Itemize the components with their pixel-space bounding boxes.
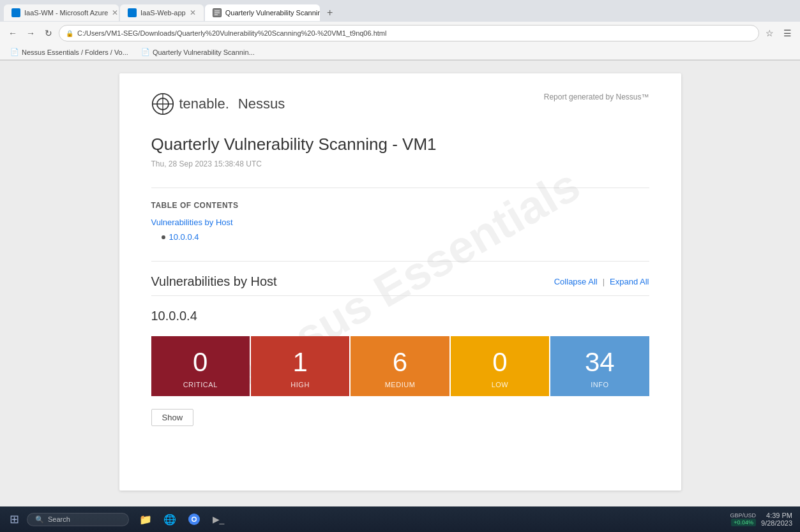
bookmark-quarterly-icon: 📄 [141,48,150,56]
extensions-button[interactable]: ☰ [780,26,795,41]
report-container: Nessus Essentials tenable. Nessus Report… [119,73,681,491]
tab-close-2[interactable]: ✕ [190,8,196,17]
show-button[interactable]: Show [151,409,194,426]
section-title: Vulnerabilities by Host [151,274,277,289]
lock-icon: 🔒 [66,30,73,37]
address-bar-text[interactable]: C:/Users/VM1-SEG/Downloads/Quarterly%20V… [77,29,752,37]
low-label: LOW [492,381,509,388]
taskbar-search-text: Search [48,515,70,523]
high-label: HIGH [291,381,310,388]
taskbar-right: GBP/USD +0.04% 4:39 PM 9/28/2023 [730,512,796,527]
report-generated-text: Report generated by Nessus™ [544,92,649,101]
nav-bar: ← → ↻ 🔒 C:/Users/VM1-SEG/Downloads/Quart… [0,22,800,45]
tab-web-app[interactable]: IaaS-Web-app ✕ [120,4,204,21]
tenable-logo: tenable. Nessus [151,92,285,115]
currency-label: GBP/USD [730,512,757,519]
tab-azure[interactable]: IaaS-WM - Microsoft Azure ✕ [4,4,119,21]
start-button[interactable]: ⊞ [4,509,24,529]
bookmark-quarterly-label: Quarterly Vulnerability Scannin... [153,48,255,56]
bookmark-quarterly[interactable]: 📄 Quarterly Vulnerability Scannin... [136,47,260,57]
taskbar: ⊞ 🔍 Search 📁 🌐 ▶_ GBP/USD +0.04% 4:39 P [0,506,800,532]
section-actions: Collapse All | Expand All [554,277,649,286]
info-label: INFO [591,381,608,388]
action-separator: | [603,277,605,286]
info-count: 34 [585,349,615,376]
bookmark-nessus-label: Nessus Essentials / Folders / Vo... [22,48,128,56]
report-date: Thu, 28 Sep 2023 15:38:48 UTC [151,159,649,168]
high-count: 1 [292,349,307,376]
tab-favicon-3 [213,8,222,17]
collapse-all-link[interactable]: Collapse All [554,277,598,286]
taskbar-app-files[interactable]: 📁 [134,508,157,531]
tab-favicon-2 [128,8,137,17]
critical-label: CRITICAL [183,381,218,388]
report-title: Quarterly Vulnerability Scanning - VM1 [151,135,649,154]
bookmark-nessus[interactable]: 📄 Nessus Essentials / Folders / Vo... [5,47,133,57]
logo-text-tenable: tenable. [179,96,229,112]
section-header: Vulnerabilities by Host Collapse All | E… [151,274,649,296]
tab-label-3: Quarterly Vulnerability Scannin... [225,9,320,17]
search-icon: 🔍 [35,515,44,524]
bookmark-bar: 📄 Nessus Essentials / Folders / Vo... 📄 … [0,45,800,60]
chrome-icon [188,514,200,525]
edge-icon: 🌐 [163,514,176,526]
tenable-logo-icon [151,92,174,115]
tab-nessus-active[interactable]: Quarterly Vulnerability Scannin... ✕ [205,4,320,21]
windows-logo-icon: ⊞ [10,512,19,526]
forward-button[interactable]: → [23,26,38,41]
vuln-card-low: 0 LOW [451,336,549,396]
bullet-icon [162,235,165,239]
vuln-card-info: 34 INFO [550,336,649,396]
taskbar-search[interactable]: 🔍 Search [27,513,129,526]
vulnerability-counts: 0 CRITICAL 1 HIGH 6 MEDIUM 0 LOW [151,336,649,396]
toc-section: TABLE OF CONTENTS Vulnerabilities by Hos… [151,201,649,242]
page-wrapper: Nessus Essentials tenable. Nessus Report… [0,61,800,516]
toc-host-link[interactable]: 10.0.0.4 [169,232,199,242]
critical-count: 0 [193,349,208,376]
clock-time: 4:39 PM [761,512,792,519]
tab-label-2: IaaS-Web-app [140,9,186,17]
svg-point-10 [193,518,196,521]
taskbar-clock: 4:39 PM 9/28/2023 [761,512,792,527]
tab-label-1: IaaS-WM - Microsoft Azure [24,9,108,17]
back-button[interactable]: ← [5,26,20,41]
host-ip: 10.0.0.4 [151,309,649,323]
vuln-card-high: 1 HIGH [251,336,349,396]
host-section: 10.0.0.4 0 CRITICAL 1 HIGH 6 MEDIUM [151,309,649,426]
medium-count: 6 [393,349,407,376]
expand-all-link[interactable]: Expand All [610,277,649,286]
browser-chrome: IaaS-WM - Microsoft Azure ✕ IaaS-Web-app… [0,0,800,61]
taskbar-apps: 📁 🌐 ▶_ [134,508,230,531]
report-header: tenable. Nessus Report generated by Ness… [151,92,649,115]
low-count: 0 [492,349,507,376]
toc-link-vuln-by-host[interactable]: Vulnerabilities by Host [151,218,649,227]
tab-bar: IaaS-WM - Microsoft Azure ✕ IaaS-Web-app… [0,0,800,22]
bookmark-nessus-icon: 📄 [10,48,19,56]
currency-change: +0.04% [731,519,756,526]
taskbar-app-edge[interactable]: 🌐 [158,508,181,531]
new-tab-button[interactable]: + [321,4,339,22]
clock-date: 9/28/2023 [761,519,792,527]
logo-text-nessus: Nessus [238,96,285,112]
taskbar-app-chrome[interactable] [183,508,206,531]
divider-2 [151,261,649,262]
toc-sub-item: 10.0.0.4 [162,232,649,242]
medium-label: MEDIUM [385,381,416,388]
vulnerabilities-section: Vulnerabilities by Host Collapse All | E… [151,274,649,426]
taskbar-app-terminal[interactable]: ▶_ [207,508,230,531]
reload-button[interactable]: ↻ [41,26,56,41]
files-icon: 📁 [139,514,152,526]
vuln-card-medium: 6 MEDIUM [351,336,449,396]
toc-title: TABLE OF CONTENTS [151,201,649,210]
vuln-card-critical: 0 CRITICAL [151,336,250,396]
tab-close-1[interactable]: ✕ [112,8,118,17]
divider-1 [151,188,649,188]
bookmark-button[interactable]: ☆ [762,26,777,41]
terminal-icon: ▶_ [213,514,225,524]
tab-favicon-1 [11,8,20,17]
